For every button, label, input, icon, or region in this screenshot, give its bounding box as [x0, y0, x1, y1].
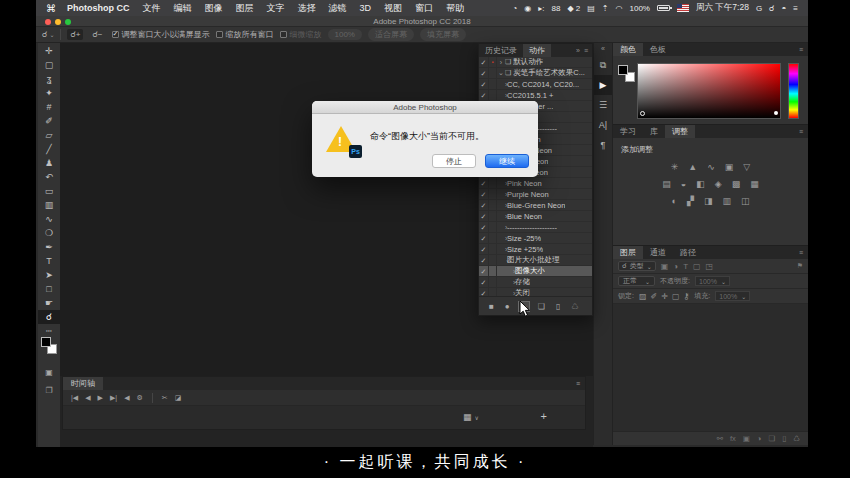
panel-menu-icon[interactable]: ≡: [799, 46, 808, 53]
menu-item[interactable]: 图像: [205, 2, 223, 15]
action-modal-toggle[interactable]: [489, 222, 497, 232]
chevron-icon[interactable]: ›: [497, 92, 505, 99]
tool-button[interactable]: T: [38, 254, 60, 268]
action-check-toggle[interactable]: ✓: [479, 233, 489, 243]
tool-button[interactable]: ✒: [38, 240, 60, 254]
tool-button[interactable]: #: [38, 100, 60, 114]
action-modal-toggle[interactable]: [489, 288, 497, 296]
tool-button[interactable]: ↶: [38, 170, 60, 184]
actions-footer-button[interactable]: ●: [503, 302, 512, 311]
tool-button[interactable]: ∿: [38, 212, 60, 226]
tool-button[interactable]: ▥: [38, 198, 60, 212]
adjustment-icon[interactable]: ◧: [696, 179, 705, 189]
hue-slider[interactable]: [788, 63, 799, 119]
panel-tab[interactable]: 历史记录: [479, 44, 523, 57]
action-check-toggle[interactable]: ✓: [479, 266, 489, 276]
action-row[interactable]: ✓ › Size +25%: [479, 244, 592, 255]
chevron-icon[interactable]: ⌄: [497, 256, 505, 264]
adjustment-icon[interactable]: ◐: [672, 196, 677, 206]
tool-button[interactable]: ✛: [38, 44, 60, 58]
lock-icon[interactable]: ▨: [639, 292, 647, 301]
panel-dock-icon[interactable]: ⧉: [594, 55, 612, 75]
panel-tab[interactable]: 调整: [665, 125, 695, 138]
tool-button[interactable]: ➤: [38, 268, 60, 282]
transport-button[interactable]: |◀: [71, 394, 78, 402]
action-row[interactable]: ✓ › Blue-Green Neon: [479, 200, 592, 211]
adjustment-icon[interactable]: ◫: [741, 196, 750, 206]
chevron-icon[interactable]: ›: [497, 59, 505, 66]
status-icon[interactable]: ▸:: [538, 4, 544, 13]
status-icon[interactable]: ◓: [781, 4, 786, 13]
status-icon[interactable]: ☌: [769, 4, 774, 13]
collapse-panels-icon[interactable]: «: [594, 43, 612, 55]
filter-kind-select[interactable]: ☌ 类型 ⌄: [618, 261, 656, 271]
panel-menu-icon[interactable]: ≡: [799, 249, 808, 256]
panel-tab[interactable]: 动作: [523, 44, 551, 57]
chevron-icon[interactable]: ›: [497, 235, 505, 242]
status-icon[interactable]: ◠: [616, 4, 623, 13]
action-row[interactable]: ✓ › 关闭: [479, 288, 592, 296]
chevron-icon[interactable]: ›: [497, 81, 505, 88]
actions-footer-button[interactable]: ▯: [554, 302, 562, 311]
adjustment-icon[interactable]: ▩: [732, 179, 741, 189]
action-check-toggle[interactable]: ✓: [479, 200, 489, 210]
action-modal-toggle[interactable]: [489, 233, 497, 243]
tool-button[interactable]: ʓ: [38, 72, 60, 86]
edit-toolbar-icon[interactable]: ● ● ●: [46, 329, 52, 333]
color-swatch-pair[interactable]: [618, 65, 635, 82]
action-modal-toggle[interactable]: ▪: [489, 57, 497, 67]
layers-footer-icon[interactable]: ⚯: [717, 434, 723, 443]
action-modal-toggle[interactable]: [489, 189, 497, 199]
tool-button[interactable]: □: [38, 282, 60, 296]
us-flag-icon[interactable]: [677, 4, 689, 12]
action-row[interactable]: ✓ › Pink Neon: [479, 178, 592, 189]
transport-button[interactable]: ◀: [124, 394, 129, 402]
tool-button[interactable]: ☛: [38, 296, 60, 310]
action-check-toggle[interactable]: ✓: [479, 189, 489, 199]
status-icon[interactable]: ◆ 2: [567, 4, 580, 13]
layers-footer-icon[interactable]: ❏: [768, 434, 775, 443]
foreground-color-swatch[interactable]: [41, 337, 51, 347]
tool-button[interactable]: ╱: [38, 142, 60, 156]
frame-rate-selector[interactable]: ▦ ∨: [463, 412, 479, 422]
menu-item[interactable]: 窗口: [415, 2, 433, 15]
status-icon[interactable]: ◉: [524, 4, 531, 13]
lock-icon[interactable]: ▢: [672, 292, 680, 301]
tool-button[interactable]: ✦: [38, 86, 60, 100]
adjustment-icon[interactable]: ◈: [715, 179, 722, 189]
tool-button[interactable]: ▭: [38, 184, 60, 198]
menu-item[interactable]: 文字: [267, 2, 285, 15]
menu-item[interactable]: Photoshop CC: [67, 3, 130, 13]
chevron-icon[interactable]: ›: [497, 180, 505, 187]
panel-dock-icon[interactable]: A|: [594, 115, 612, 135]
menu-item[interactable]: 文件: [143, 2, 161, 15]
action-modal-toggle[interactable]: [489, 68, 497, 78]
action-row[interactable]: ✓ ⌄ 图片大小批处理: [479, 255, 592, 266]
adjustment-icon[interactable]: ✳: [671, 162, 679, 172]
chevron-icon[interactable]: ›: [497, 213, 505, 220]
menu-clock[interactable]: 周六 下午7:28: [696, 2, 749, 14]
resize-windows-checkbox[interactable]: 调整窗口大小以满屏显示: [112, 29, 210, 40]
saturation-brightness-field[interactable]: [637, 63, 781, 119]
tool-button[interactable]: ✐: [38, 114, 60, 128]
lock-icon[interactable]: ✐: [651, 292, 658, 301]
adjustment-icon[interactable]: ▞: [687, 196, 694, 206]
action-modal-toggle[interactable]: [489, 244, 497, 254]
panel-tab[interactable]: 学习: [613, 125, 643, 138]
filter-type-icon[interactable]: ▢: [693, 262, 701, 271]
action-row[interactable]: ✓ ▪ › ❏ 默认动作: [479, 57, 592, 68]
layers-footer-icon[interactable]: ◑: [757, 434, 762, 443]
panel-dock-icon[interactable]: ☰: [594, 95, 612, 115]
zoom-in-button[interactable]: ☌+: [67, 29, 83, 40]
screen-mode-icon[interactable]: ❐: [45, 386, 52, 395]
status-icon[interactable]: 88: [552, 4, 561, 13]
transport-button[interactable]: ⚙: [137, 394, 143, 402]
action-check-toggle[interactable]: ✓: [479, 211, 489, 221]
action-row[interactable]: ✓ › Blue Neon: [479, 211, 592, 222]
status-icon[interactable]: ⇡: [602, 4, 609, 13]
panel-menu-icon[interactable]: ≡: [576, 380, 585, 387]
tool-button[interactable]: ♟: [38, 156, 60, 170]
tab-timeline[interactable]: 时间轴: [63, 377, 103, 390]
action-check-toggle[interactable]: ✓: [479, 244, 489, 254]
filter-type-icon[interactable]: ▣: [661, 262, 669, 271]
